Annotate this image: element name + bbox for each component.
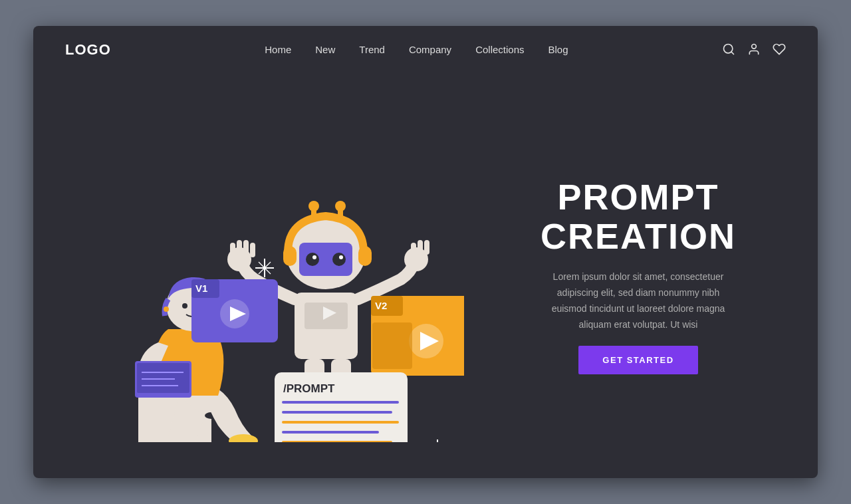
svg-text:V2: V2 <box>375 300 387 311</box>
hero-text: PROMPT CREATION Lorem ipsum dolor sit am… <box>464 178 786 375</box>
svg-rect-21 <box>283 246 297 266</box>
svg-rect-22 <box>358 246 372 266</box>
search-icon[interactable] <box>722 43 735 58</box>
nav-blog[interactable]: Blog <box>548 44 568 55</box>
nav-company[interactable]: Company <box>409 44 451 55</box>
svg-point-13 <box>182 303 187 309</box>
heart-icon[interactable] <box>773 43 786 58</box>
nav-collections[interactable]: Collections <box>475 44 524 55</box>
svg-point-18 <box>308 201 319 211</box>
nav-icons <box>722 43 786 58</box>
svg-line-1 <box>731 51 734 54</box>
svg-point-26 <box>312 255 316 259</box>
illustration: V1 V2 /PROMPT <box>65 110 464 442</box>
svg-text:V1: V1 <box>195 283 207 294</box>
browser-frame: LOGO Home New Trend Company Collections … <box>33 26 818 478</box>
svg-point-27 <box>339 255 343 259</box>
user-icon[interactable] <box>747 43 761 58</box>
svg-rect-8 <box>137 363 189 393</box>
nav-new[interactable]: New <box>315 44 335 55</box>
svg-point-25 <box>332 253 346 266</box>
nav-links: Home New Trend Company Collections Blog <box>265 44 568 56</box>
svg-rect-32 <box>237 240 242 255</box>
svg-rect-53 <box>372 322 412 369</box>
svg-rect-36 <box>411 243 416 257</box>
svg-rect-34 <box>250 243 255 257</box>
svg-point-24 <box>306 253 319 266</box>
nav-trend[interactable]: Trend <box>359 44 385 55</box>
hero-description: Lorem ipsum dolor sit amet, consectetuer… <box>539 269 738 332</box>
nav-home[interactable]: Home <box>265 44 291 55</box>
svg-text:/PROMPT: /PROMPT <box>283 382 335 395</box>
svg-point-19 <box>335 201 346 211</box>
svg-point-15 <box>164 307 169 312</box>
svg-rect-31 <box>230 243 235 257</box>
main-content: V1 V2 /PROMPT <box>33 74 818 478</box>
svg-rect-38 <box>424 240 429 255</box>
logo: LOGO <box>65 41 111 59</box>
svg-rect-37 <box>418 240 423 255</box>
hero-title: PROMPT CREATION <box>491 178 786 257</box>
svg-rect-33 <box>243 240 249 255</box>
get-started-button[interactable]: GET STARTED <box>578 346 698 374</box>
navbar: LOGO Home New Trend Company Collections … <box>33 26 818 74</box>
svg-point-2 <box>752 44 757 49</box>
